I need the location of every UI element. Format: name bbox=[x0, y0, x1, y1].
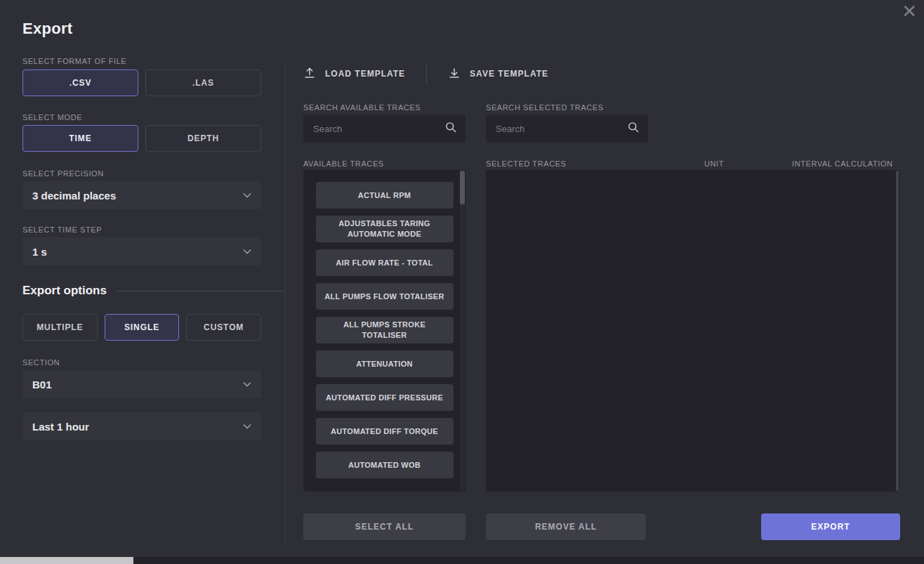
format-label: SELECT FORMAT OF FILE bbox=[22, 57, 126, 66]
time-step-label: SELECT TIME STEP bbox=[22, 225, 102, 235]
export-dialog: ✕ Export SELECT FORMAT OF FILE .CSV .LAS… bbox=[0, 0, 924, 564]
background-app-edge bbox=[0, 557, 924, 564]
format-toggle-group: .CSV .LAS bbox=[22, 70, 261, 96]
search-selected-label: SEARCH SELECTED TRACES bbox=[486, 103, 604, 112]
time-step-select[interactable]: 1 s bbox=[22, 237, 261, 265]
option-multiple-button[interactable]: MULTIPLE bbox=[22, 314, 98, 341]
time-range-value: Last 1 hour bbox=[32, 421, 89, 433]
select-all-button[interactable]: SELECT ALL bbox=[303, 513, 466, 540]
search-available-label: SEARCH AVAILABLE TRACES bbox=[303, 103, 421, 112]
section-select[interactable]: B01 bbox=[22, 370, 261, 398]
trace-item[interactable]: AUTOMATED WOB bbox=[316, 452, 454, 478]
export-options-heading-row: Export options bbox=[22, 284, 283, 298]
option-custom-button[interactable]: CUSTOM bbox=[186, 314, 261, 341]
download-icon bbox=[448, 67, 461, 81]
chevron-down-icon bbox=[243, 424, 251, 429]
trace-item[interactable]: ACTUAL RPM bbox=[316, 182, 454, 209]
available-search-box bbox=[303, 114, 466, 143]
time-step-value: 1 s bbox=[32, 246, 47, 258]
mode-toggle-group: TIME DEPTH bbox=[22, 125, 261, 152]
save-template-button[interactable]: SAVE TEMPLATE bbox=[448, 67, 548, 81]
remove-all-button[interactable]: REMOVE ALL bbox=[486, 513, 646, 540]
trace-item[interactable]: ADJUSTABLES TARING AUTOMATIC MODE bbox=[316, 216, 454, 242]
save-template-label: SAVE TEMPLATE bbox=[470, 69, 548, 79]
trace-item[interactable]: AUTOMATED DIFF PRESSURE bbox=[316, 384, 454, 411]
scrollbar[interactable] bbox=[896, 171, 899, 491]
template-actions: LOAD TEMPLATE SAVE TEMPLATE bbox=[303, 65, 548, 83]
precision-select[interactable]: 3 decimal places bbox=[22, 181, 261, 209]
time-range-select[interactable]: Last 1 hour bbox=[22, 412, 261, 440]
close-icon[interactable]: ✕ bbox=[902, 0, 917, 22]
chevron-down-icon bbox=[243, 249, 251, 254]
trace-item[interactable]: AIR FLOW RATE - TOTAL bbox=[316, 249, 454, 276]
background-app-edge-light bbox=[0, 557, 133, 564]
chevron-down-icon bbox=[243, 192, 251, 198]
load-template-button[interactable]: LOAD TEMPLATE bbox=[303, 67, 405, 81]
search-icon bbox=[444, 121, 457, 136]
mode-depth-button[interactable]: DEPTH bbox=[145, 125, 261, 152]
export-options-heading: Export options bbox=[22, 284, 107, 298]
page-title: Export bbox=[22, 20, 72, 38]
selected-search-input[interactable] bbox=[494, 123, 627, 135]
mode-time-button[interactable]: TIME bbox=[22, 125, 138, 152]
selected-search-box bbox=[486, 114, 648, 143]
section-value: B01 bbox=[32, 379, 52, 391]
upload-icon bbox=[303, 67, 316, 81]
scrollbar-thumb[interactable] bbox=[460, 171, 465, 204]
option-single-button[interactable]: SINGLE bbox=[105, 314, 180, 341]
available-traces-label: AVAILABLE TRACES bbox=[303, 159, 384, 169]
load-template-label: LOAD TEMPLATE bbox=[325, 69, 405, 79]
chevron-down-icon bbox=[243, 381, 251, 387]
precision-value: 3 decimal places bbox=[32, 190, 116, 202]
divider bbox=[284, 62, 285, 544]
divider bbox=[426, 63, 427, 84]
export-button[interactable]: EXPORT bbox=[761, 513, 900, 540]
available-traces-panel: ACTUAL RPMADJUSTABLES TARING AUTOMATIC M… bbox=[303, 170, 466, 492]
unit-column: UNIT bbox=[704, 159, 724, 169]
trace-item[interactable]: AUTOMATED DIFF TORQUE bbox=[316, 418, 454, 445]
divider bbox=[117, 291, 283, 291]
available-search-input[interactable] bbox=[312, 123, 444, 135]
section-label: SECTION bbox=[22, 358, 60, 367]
scrollbar[interactable] bbox=[460, 171, 465, 491]
mode-label: SELECT MODE bbox=[22, 113, 82, 122]
trace-item[interactable]: ATTENUATION bbox=[316, 350, 454, 377]
interval-calculation-column: INTERVAL CALCULATION bbox=[792, 159, 893, 169]
precision-label: SELECT PRECISION bbox=[22, 169, 104, 178]
selected-traces-panel bbox=[486, 170, 899, 492]
trace-item[interactable]: ALL PUMPS FLOW TOTALISER bbox=[316, 283, 454, 310]
export-options-toggle-group: MULTIPLE SINGLE CUSTOM bbox=[22, 314, 261, 341]
selected-traces-column: SELECTED TRACES bbox=[486, 159, 567, 169]
format-csv-button[interactable]: .CSV bbox=[22, 70, 138, 96]
search-icon bbox=[627, 121, 640, 136]
format-las-button[interactable]: .LAS bbox=[145, 70, 261, 96]
available-traces-list: ACTUAL RPMADJUSTABLES TARING AUTOMATIC M… bbox=[303, 182, 466, 492]
trace-item[interactable]: ALL PUMPS STROKE TOTALISER bbox=[316, 317, 454, 343]
